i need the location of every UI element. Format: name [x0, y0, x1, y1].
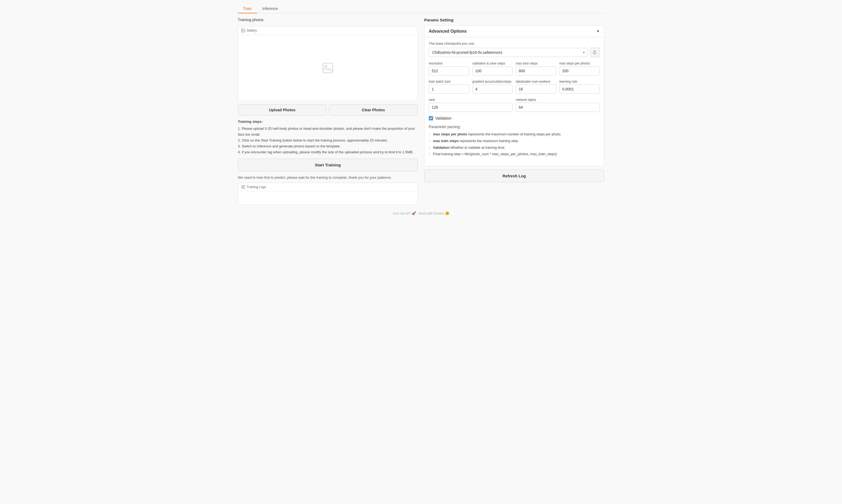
advanced-options-header: Advanced Options ▼: [424, 25, 604, 37]
validation-save-steps-label: validation & save steps: [472, 61, 513, 65]
parsing-item-1: max steps per photo represents the maxim…: [429, 131, 600, 138]
parsing-item-3: Validation Whether to validate at traini…: [429, 144, 600, 151]
param-rank: rank: [429, 98, 513, 112]
param-validation-save-steps: validation & save steps: [472, 61, 513, 75]
gradient-accumulation-label: gradient accumulationsteps: [472, 80, 513, 84]
max-steps-per-photos-input[interactable]: [560, 66, 600, 75]
photo-buttons-row: Upload Photos Clear Photos: [238, 104, 418, 115]
dataloader-num-workers-label: dataloader num workers: [516, 80, 556, 84]
training-step-2: 2. Click on the Start Training button be…: [238, 138, 418, 143]
parsing-item-4: Final training step = Min(photo_num * ma…: [429, 151, 600, 158]
param-max-train-steps: max train steps: [516, 61, 556, 75]
rocket-icon: 🚀: [412, 211, 417, 215]
resolution-label: resolution: [429, 61, 469, 65]
training-step-3: 3. Switch to Inference and generate phot…: [238, 143, 418, 149]
validation-save-steps-input[interactable]: [472, 66, 513, 75]
collapse-icon[interactable]: ▼: [597, 30, 600, 33]
params-grid-rank-alpha: rank network alpha: [429, 98, 600, 112]
gallery-body: [238, 35, 417, 101]
checkpoint-label: The base checkpoint you use.: [429, 41, 600, 46]
params-grid-row2: train batch size gradient accumulationst…: [429, 80, 600, 94]
validation-label: Validation: [435, 116, 451, 120]
validation-checkbox[interactable]: [429, 116, 433, 120]
train-batch-size-input[interactable]: [429, 85, 469, 94]
refresh-icon: [593, 50, 597, 55]
gallery-header: Gallery: [238, 26, 417, 35]
max-train-steps-label: max train steps: [516, 61, 556, 65]
training-step-1: 1. Please upload 5-20 half-body photos o…: [238, 126, 418, 138]
svg-point-1: [242, 30, 243, 30]
advanced-options-title: Advanced Options: [429, 29, 466, 34]
train-batch-size-label: train batch size: [429, 80, 469, 84]
gallery-area: Gallery: [238, 26, 418, 101]
left-panel: Training photos Gallery: [238, 18, 418, 205]
param-max-steps-per-photos: max steps per photos: [560, 61, 600, 75]
api-text: Use via API: [393, 211, 411, 215]
training-logs-area: Training Logs: [238, 183, 418, 205]
checkpoint-select-wrapper: Chilloutmix-Ni-pruned-fp16-fix.safetenso…: [429, 48, 588, 57]
advanced-options-body: The base checkpoint you use. Chilloutmix…: [424, 37, 604, 166]
svg-rect-0: [242, 29, 245, 32]
logs-icon: [241, 185, 245, 189]
svg-point-3: [325, 65, 327, 67]
dataloader-num-workers-input[interactable]: [516, 85, 556, 94]
start-training-button[interactable]: Start Training: [238, 159, 418, 171]
param-network-alpha: network alpha: [516, 98, 600, 112]
placeholder-image-icon: [321, 61, 334, 74]
parameter-parsing-title: Parameter parsing:: [429, 125, 600, 129]
footer-separator: ·: [417, 211, 418, 215]
footer: Use via API 🚀 · Built with Gradio 🤗: [238, 205, 604, 217]
gradio-icon: 🤗: [445, 211, 449, 215]
max-steps-per-photos-label: max steps per photos: [560, 61, 600, 65]
param-resolution: resolution: [429, 61, 469, 75]
param-train-batch-size: train batch size: [429, 80, 469, 94]
learning-rate-label: learning rate: [560, 80, 600, 84]
refresh-log-button[interactable]: Refresh Log: [424, 169, 604, 182]
built-text: Built with Gradio: [419, 211, 444, 215]
training-step-4: 4. If you encounter lag when uploading, …: [238, 149, 418, 155]
training-photos-label: Training photos: [238, 18, 418, 22]
gallery-label: Gallery: [247, 29, 257, 32]
checkpoint-row: Chilloutmix-Ni-pruned-fp16-fix.safetenso…: [429, 48, 600, 57]
parsing-item-2: max train steps represents the maximum t…: [429, 138, 600, 144]
learning-rate-input[interactable]: [560, 85, 600, 94]
max-train-steps-input[interactable]: [516, 66, 556, 75]
training-logs-body: [238, 191, 417, 205]
refresh-checkpoint-button[interactable]: [590, 48, 600, 57]
parsing-list: max steps per photo represents the maxim…: [429, 131, 600, 158]
resolution-input[interactable]: [429, 66, 469, 75]
gradient-accumulation-input[interactable]: [472, 85, 513, 94]
network-alpha-input[interactable]: [516, 103, 600, 112]
right-panel: Params Setting Advanced Options ▼ The ba…: [424, 18, 604, 205]
training-logs-header: Training Logs: [238, 183, 417, 191]
parameter-parsing-section: Parameter parsing: max steps per photo r…: [429, 125, 600, 158]
tab-train[interactable]: Train: [238, 4, 257, 13]
param-gradient-accumulation: gradient accumulationsteps: [472, 80, 513, 94]
validation-row: Validation: [429, 116, 600, 120]
training-status-text: We need to train first to predict, pleas…: [238, 176, 418, 180]
params-grid-row1: resolution validation & save steps max t…: [429, 61, 600, 75]
advanced-options-container: Advanced Options ▼ The base checkpoint y…: [424, 25, 604, 166]
training-logs-label: Training Logs: [247, 185, 266, 189]
upload-photos-button[interactable]: Upload Photos: [238, 104, 327, 115]
rank-input[interactable]: [429, 103, 513, 112]
training-steps-section: Training steps: 1. Please upload 5-20 ha…: [238, 119, 418, 156]
param-learning-rate: learning rate: [560, 80, 600, 94]
gallery-icon: [241, 29, 245, 32]
network-alpha-label: network alpha: [516, 98, 600, 102]
clear-photos-button[interactable]: Clear Photos: [329, 104, 418, 115]
rank-label: rank: [429, 98, 513, 102]
params-setting-label: Params Setting: [424, 18, 604, 22]
param-dataloader-num-workers: dataloader num workers: [516, 80, 556, 94]
tabs-container: Train Inference: [238, 4, 604, 13]
tab-inference[interactable]: Inference: [257, 4, 283, 13]
main-layout: Training photos Gallery: [238, 18, 604, 205]
training-steps-title: Training steps:: [238, 119, 418, 125]
svg-rect-2: [323, 63, 333, 73]
checkpoint-select[interactable]: Chilloutmix-Ni-pruned-fp16-fix.safetenso…: [429, 48, 588, 57]
